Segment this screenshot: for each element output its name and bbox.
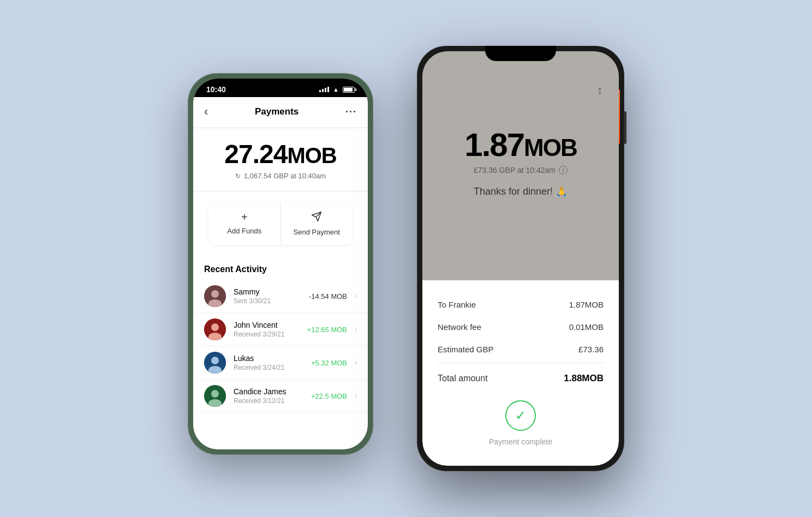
avatar <box>204 285 226 307</box>
payment-total-row: Total amount 1.88MOB <box>438 365 604 392</box>
status-icons-1: ▲ <box>319 86 355 93</box>
avatar <box>204 352 226 374</box>
signal-bar-3 <box>325 88 326 92</box>
balance-number: 27.24 <box>224 140 287 169</box>
send-payment-button[interactable]: Send Payment <box>281 202 353 245</box>
activity-date: Received 3/29/21 <box>234 330 300 338</box>
phone-2-screen: ↕ 1.87MOB £73.36 GBP at 10:42am i Thanks… <box>422 51 619 466</box>
activity-name: John Vincent <box>234 321 300 329</box>
add-icon: + <box>241 211 248 224</box>
phone-2: ↕ 1.87MOB £73.36 GBP at 10:42am i Thanks… <box>417 46 624 471</box>
signal-bar-4 <box>327 87 329 92</box>
balance-fiat: ↻ 1,067.54 GBP at 10:40am <box>204 172 357 180</box>
activity-amount: +12.65 MOB <box>307 326 347 334</box>
gbp-value: £73.36 <box>578 345 604 354</box>
status-time-1: 10:40 <box>206 85 226 94</box>
sort-icon[interactable]: ↕ <box>597 84 602 97</box>
refresh-icon[interactable]: ↻ <box>235 172 241 180</box>
total-label: Total amount <box>438 374 488 383</box>
phone-1-notch <box>248 79 313 93</box>
action-buttons: + Add Funds Send Payment <box>208 202 353 245</box>
total-value: 1.88MOB <box>564 373 604 384</box>
section-title: Recent Activity <box>193 256 368 280</box>
add-funds-button[interactable]: + Add Funds <box>208 202 281 245</box>
activity-date: Received 3/12/21 <box>234 397 303 405</box>
list-item[interactable]: Sammy Sent 3/30/21 -14.54 MOB › <box>193 280 368 313</box>
page-title: Payments <box>255 106 298 117</box>
chevron-right-icon: › <box>355 326 357 333</box>
checkmark-icon: ✓ <box>515 408 526 423</box>
fee-value: 0.01MOB <box>569 322 604 332</box>
chevron-right-icon: › <box>355 392 357 400</box>
avatar <box>204 385 226 407</box>
phone-2-inner: ↕ 1.87MOB £73.36 GBP at 10:42am i Thanks… <box>422 51 619 466</box>
signal-bar-1 <box>319 90 321 92</box>
app-header: ‹ Payments ··· <box>193 97 368 128</box>
list-item[interactable]: John Vincent Received 3/29/21 +12.65 MOB… <box>193 313 368 346</box>
activity-name: Lukas <box>234 354 303 363</box>
activity-info: Candice James Received 3/12/21 <box>234 387 303 405</box>
payment-amount-large: 1.87MOB <box>464 129 576 161</box>
balance-amount: 27.24MOB <box>204 141 357 167</box>
chevron-right-icon: › <box>355 292 357 300</box>
payment-complete-label: Payment complete <box>489 437 552 446</box>
add-funds-label: Add Funds <box>227 227 261 235</box>
signal-bar-2 <box>322 89 324 92</box>
battery-icon <box>343 87 355 93</box>
send-icon <box>311 211 322 225</box>
fiat-rate-text: £73.36 GBP at 10:42am <box>474 166 556 175</box>
checkmark-circle: ✓ <box>505 400 536 431</box>
payment-detail-row: To Frankie 1.87MOB <box>438 293 604 316</box>
activity-date: Sent 3/30/21 <box>234 297 301 305</box>
list-item[interactable]: Lukas Received 3/24/21 +5.32 MOB › <box>193 346 368 380</box>
payment-amount-unit: MOB <box>524 136 577 160</box>
recent-activity-section: Recent Activity Sammy Sent 3/ <box>193 256 368 449</box>
info-icon[interactable]: i <box>559 166 568 175</box>
balance-section: 27.24MOB ↻ 1,067.54 GBP at 10:40am <box>193 128 368 191</box>
avatar <box>204 318 226 340</box>
divider <box>438 363 604 363</box>
svg-point-12 <box>211 390 219 398</box>
payment-amount-number: 1.87 <box>464 129 524 161</box>
side-button <box>624 111 626 144</box>
phone-2-top: ↕ 1.87MOB £73.36 GBP at 10:42am i Thanks… <box>422 51 619 280</box>
gbp-label: Estimated GBP <box>438 345 494 354</box>
svg-point-6 <box>211 323 219 331</box>
activity-info: Lukas Received 3/24/21 <box>234 354 303 371</box>
signal-icon <box>319 87 329 92</box>
svg-point-9 <box>211 357 219 364</box>
activity-info: Sammy Sent 3/30/21 <box>234 287 301 305</box>
battery-fill <box>344 88 353 92</box>
activity-name: Sammy <box>234 287 301 296</box>
phone-1-inner: 10:40 ▲ <box>193 79 368 449</box>
back-button[interactable]: ‹ <box>204 105 208 119</box>
payment-complete-section: ✓ Payment complete <box>438 392 604 450</box>
send-payment-label: Send Payment <box>294 228 340 236</box>
balance-fiat-text: 1,067.54 GBP at 10:40am <box>244 172 326 180</box>
phone-2-notch <box>485 46 556 61</box>
more-button[interactable]: ··· <box>345 106 357 118</box>
phone-1: 10:40 ▲ <box>188 73 373 455</box>
activity-amount: +22.5 MOB <box>311 392 347 400</box>
fiat-rate: £73.36 GBP at 10:42am i <box>474 166 568 175</box>
chevron-right-icon: › <box>355 359 357 366</box>
to-label: To Frankie <box>438 300 476 309</box>
activity-amount: -14.54 MOB <box>309 292 347 300</box>
payment-note: Thanks for dinner! 🙏 <box>474 185 568 197</box>
activity-info: John Vincent Received 3/29/21 <box>234 321 300 338</box>
payment-detail-row: Network fee 0.01MOB <box>438 316 604 338</box>
balance-unit: MOB <box>287 143 336 167</box>
phone-2-bottom: To Frankie 1.87MOB Network fee 0.01MOB E… <box>422 280 619 466</box>
to-value: 1.87MOB <box>569 300 604 309</box>
phone-1-screen: 10:40 ▲ <box>193 79 368 449</box>
activity-date: Received 3/24/21 <box>234 364 303 371</box>
activity-amount: +5.32 MOB <box>311 359 347 367</box>
action-buttons-wrapper: + Add Funds Send Payment <box>193 191 368 256</box>
fee-label: Network fee <box>438 322 481 332</box>
wifi-icon: ▲ <box>333 86 339 93</box>
list-item[interactable]: Candice James Received 3/12/21 +22.5 MOB… <box>193 380 368 413</box>
payment-detail-row: Estimated GBP £73.36 <box>438 338 604 360</box>
activity-name: Candice James <box>234 387 303 396</box>
svg-point-3 <box>211 290 219 298</box>
scene: 10:40 ▲ <box>0 0 812 517</box>
